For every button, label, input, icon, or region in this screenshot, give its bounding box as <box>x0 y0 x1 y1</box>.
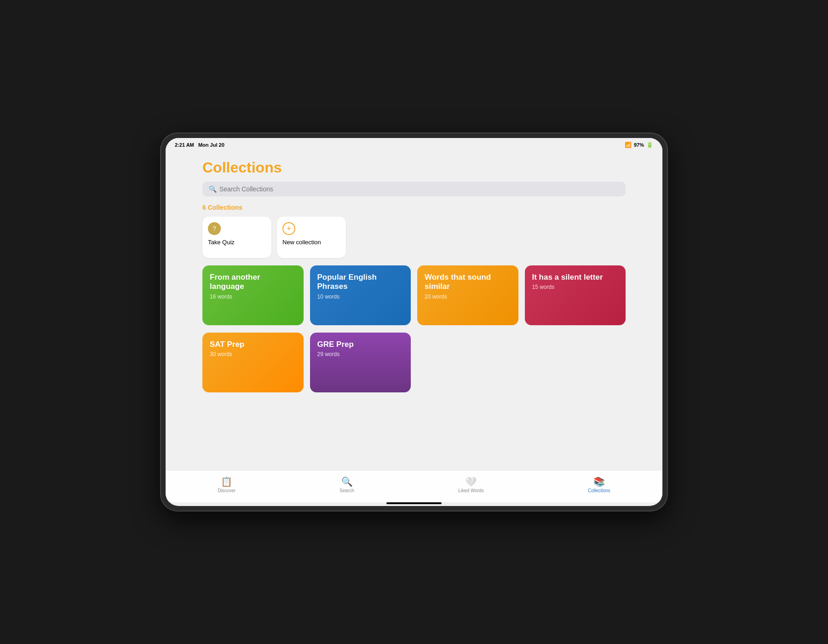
new-collection-icon: + <box>282 222 295 235</box>
discover-icon: 📋 <box>221 476 232 487</box>
time-display: 2:21 AM <box>175 142 194 148</box>
collection-card-popular-english-phrases[interactable]: Popular English Phrases 10 words <box>310 265 411 325</box>
discover-label: Discover <box>218 488 236 493</box>
collection-title: It has a silent letter <box>532 273 619 282</box>
collections-count: 6 Collections <box>202 204 626 211</box>
collections-grid-row2: SAT Prep 30 words GRE Prep 29 words <box>202 333 626 392</box>
collection-card-gre-prep[interactable]: GRE Prep 29 words <box>310 333 411 392</box>
search-input[interactable] <box>219 185 619 193</box>
battery-icon: 🔋 <box>646 142 653 148</box>
collection-word-count: 20 words <box>425 293 511 300</box>
take-quiz-label: Take Quiz <box>208 239 235 246</box>
collection-title: GRE Prep <box>317 340 404 349</box>
tab-liked-words[interactable]: 🤍 Liked Words <box>444 474 497 495</box>
status-bar: 2:21 AM Mon Jul 20 📶 97% 🔋 <box>166 138 662 150</box>
collection-title: From another language <box>210 273 296 292</box>
take-quiz-card[interactable]: ? Take Quiz <box>202 217 271 258</box>
battery-percent: 97% <box>634 142 644 148</box>
tab-bar: 📋 Discover 🔍 Search 🤍 Liked Words 📚 Coll… <box>166 470 662 502</box>
collection-word-count: 10 words <box>317 293 404 300</box>
tab-search[interactable]: 🔍 Search <box>326 474 368 495</box>
collection-card-words-that-sound-similar[interactable]: Words that sound similar 20 words <box>417 265 518 325</box>
collection-word-count: 29 words <box>317 351 404 357</box>
collection-title: Popular English Phrases <box>317 273 404 292</box>
new-collection-label: New collection <box>282 239 321 246</box>
liked-words-label: Liked Words <box>458 488 483 493</box>
collection-title: Words that sound similar <box>425 273 511 292</box>
status-indicators: 📶 97% 🔋 <box>625 142 653 148</box>
page-title: Collections <box>202 159 626 176</box>
collection-title: SAT Prep <box>210 340 296 349</box>
search-tab-label: Search <box>339 488 354 493</box>
collection-card-sat-prep[interactable]: SAT Prep 30 words <box>202 333 304 392</box>
collection-word-count: 30 words <box>210 351 296 357</box>
date-display: Mon Jul 20 <box>198 142 224 148</box>
tab-discover[interactable]: 📋 Discover <box>204 474 249 495</box>
tab-collections[interactable]: 📚 Collections <box>574 474 624 495</box>
wifi-icon: 📶 <box>625 142 632 148</box>
liked-words-icon: 🤍 <box>465 476 477 487</box>
status-time: 2:21 AM Mon Jul 20 <box>175 142 224 148</box>
search-bar[interactable]: 🔍 <box>202 182 626 196</box>
main-content: Collections 🔍 6 Collections ? Take Quiz … <box>166 150 662 470</box>
device-frame: 2:21 AM Mon Jul 20 📶 97% 🔋 Collections 🔍… <box>161 133 667 511</box>
collection-card-silent-letter[interactable]: It has a silent letter 15 words <box>525 265 626 325</box>
search-tab-icon: 🔍 <box>341 476 353 487</box>
search-icon: 🔍 <box>209 185 217 193</box>
home-indicator <box>386 502 442 504</box>
collections-tab-icon: 📚 <box>593 476 605 487</box>
device-screen: 2:21 AM Mon Jul 20 📶 97% 🔋 Collections 🔍… <box>166 138 662 506</box>
collection-card-from-another-language[interactable]: From another language 16 words <box>202 265 304 325</box>
action-cards-row: ? Take Quiz + New collection <box>202 217 626 258</box>
collections-tab-label: Collections <box>588 488 610 493</box>
collection-word-count: 16 words <box>210 293 296 300</box>
collection-word-count: 15 words <box>532 284 619 290</box>
new-collection-card[interactable]: + New collection <box>277 217 346 258</box>
quiz-icon: ? <box>208 222 221 235</box>
collections-grid-row1: From another language 16 words Popular E… <box>202 265 626 325</box>
